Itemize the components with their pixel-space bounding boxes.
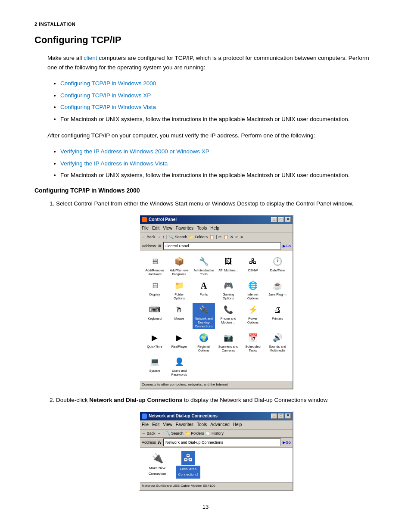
nd-forward-btn[interactable]: →	[157, 430, 161, 436]
nd-menu-edit[interactable]: Edit	[152, 421, 159, 428]
cp-icon-network[interactable]: 🔌 Network and Desktop Connections	[193, 303, 215, 329]
cp-icon-internet-options[interactable]: 🌐 Internet Options	[242, 279, 264, 301]
network-connections-screenshot: Network and Dial-up Connections _ □ ✕ Fi…	[56, 411, 377, 491]
cp-icon-phone-modem[interactable]: 📞 Phone and Modem ...	[217, 303, 240, 329]
cp-menu-favorites[interactable]: Favorites	[176, 225, 193, 232]
cp-menu-view[interactable]: View	[163, 225, 172, 232]
cp-icon-folder-label: Folder Options	[169, 292, 190, 300]
cp-undo-btn[interactable]: ↩	[235, 234, 239, 240]
nd-back-btn[interactable]: ← Back	[142, 430, 156, 436]
cp-icon-power-img: ⚡	[247, 304, 259, 316]
cp-icon-sounds[interactable]: 🔊 Sounds and Multimedia	[266, 331, 289, 353]
nd-menu-help[interactable]: Help	[233, 421, 242, 428]
link-tcpip-winvista[interactable]: Configuring TCP/IP in Windows Vista	[60, 104, 156, 110]
nd-icon-local-area[interactable]: 🖧 Local Area Connection 2	[176, 451, 200, 479]
cp-icon-printers[interactable]: 🖨 Printers	[266, 303, 289, 329]
nd-window-icon	[142, 414, 147, 419]
nd-address-label: Address	[142, 439, 156, 445]
nd-statusbar: Motorola SurfBoard USB Cable Modem SB410…	[140, 482, 293, 490]
nd-toolbar: ← Back → | 🔍 Search 📁 Folders 🕐 History	[140, 429, 293, 438]
cp-moveto-btn[interactable]: ✂	[218, 234, 222, 240]
cp-icon-add-remove-hardware[interactable]: 🖥 Add/Remove Hardware	[143, 255, 166, 277]
cp-icon-network-label: Network and Desktop Connections	[193, 317, 214, 328]
cp-icon-display[interactable]: 🖥 Display	[143, 279, 166, 301]
nd-titlebar: Network and Dial-up Connections _ □ ✕	[140, 412, 293, 420]
cp-icon-users[interactable]: 👤 Users and Passwords	[168, 355, 190, 377]
cp-icon-ati[interactable]: 🖼 ATI Multime...	[217, 255, 240, 277]
cp-icon-sounds-img: 🔊	[271, 332, 283, 344]
link-verify-win2000xp[interactable]: Verifying the IP Address in Windows 2000…	[60, 148, 209, 155]
cp-icon-power[interactable]: ⚡ Power Options	[242, 303, 264, 329]
cp-icon-keyboard-label: Keyboard	[148, 317, 162, 320]
nd-minimize-btn[interactable]: _	[271, 414, 277, 419]
cp-menu-file[interactable]: File	[142, 225, 149, 232]
nd-close-btn[interactable]: ✕	[285, 414, 291, 419]
cp-icon-datetime[interactable]: 🕐 Date/Time	[266, 255, 289, 277]
cp-forward-btn[interactable]: →	[157, 234, 161, 240]
cp-icon-scanners-label: Scanners and Cameras	[218, 345, 239, 352]
nd-icon-make-new[interactable]: 🔌 Make New Connection	[145, 451, 169, 477]
cp-icon-scanners[interactable]: 📷 Scanners and Cameras	[217, 331, 240, 353]
cp-icon-realplayer[interactable]: ▶ RealPlayer	[168, 331, 190, 353]
nd-maximize-btn[interactable]: □	[278, 414, 284, 419]
cp-address-input[interactable]: Control Panel	[163, 242, 281, 250]
nd-folders-btn[interactable]: 📁 Folders	[185, 430, 204, 436]
cp-folders-btn[interactable]: 📁 Folders	[189, 234, 208, 240]
cp-icon-csnw[interactable]: 🖧 CSNW	[242, 255, 264, 277]
nd-icon-make-new-label: Make New Connection	[145, 466, 169, 477]
link-tcpip-win2000[interactable]: Configuring TCP/IP in Windows 2000	[60, 80, 156, 87]
cp-search-btn[interactable]: 🔍 Search	[169, 234, 187, 240]
nd-address-input[interactable]: Network and Dial-up Connections	[163, 439, 281, 446]
cp-copyto-btn[interactable]: 📋	[224, 234, 228, 240]
cp-icon-system[interactable]: 💻 System	[143, 355, 166, 377]
cp-icon-gaming-img: 🎮	[222, 280, 234, 292]
cp-icon-internet-label: Internet Options	[243, 292, 263, 300]
cp-icon-regional-label: Regional Options	[193, 345, 214, 352]
cp-icon-folder-img: 📁	[173, 280, 185, 292]
link-verify-winvista[interactable]: Verifying the IP Address in Windows Vist…	[60, 160, 168, 167]
cp-icon-programs-img: 📦	[173, 255, 185, 268]
cp-maximize-btn[interactable]: □	[278, 217, 284, 222]
nd-menu-advanced[interactable]: Advanced	[210, 421, 229, 428]
cp-back-btn[interactable]: ← Back	[142, 234, 156, 240]
cp-icon-display-img: 🖥	[149, 280, 161, 292]
nd-history-btn[interactable]: 🕐 History	[206, 430, 224, 436]
cp-icon-keyboard[interactable]: ⌨ Keyboard	[143, 303, 166, 329]
nd-go-btn[interactable]: ▶Go	[283, 439, 291, 445]
step2-bold: Network and Dial-up Connections	[89, 397, 182, 403]
cp-icon-gaming[interactable]: 🎮 Gaming Options	[217, 279, 240, 301]
control-panel-screenshot: Control Panel _ □ ✕ File Edit View Fav	[56, 215, 377, 390]
cp-close-btn[interactable]: ✕	[285, 217, 291, 222]
cp-icon-regional[interactable]: 🌍 Regional Options	[193, 331, 215, 353]
cp-icon-regional-img: 🌍	[198, 332, 210, 344]
nd-menu-tools[interactable]: Tools	[197, 421, 207, 428]
list-item-winxp: Configuring TCP/IP in Windows XP	[60, 91, 377, 100]
cp-menu-edit[interactable]: Edit	[152, 225, 159, 232]
cp-menu-help[interactable]: Help	[210, 225, 219, 232]
cp-menu-tools[interactable]: Tools	[197, 225, 207, 232]
link-tcpip-winxp[interactable]: Configuring TCP/IP in Windows XP	[60, 92, 151, 99]
cp-go-btn[interactable]: ▶Go	[283, 243, 291, 249]
cp-history-btn[interactable]: 📋	[209, 234, 214, 240]
cp-views-btn[interactable]: ≡	[240, 234, 243, 240]
step-1: Select Control Panel from either the Win…	[56, 199, 377, 389]
cp-icon-csnw-img: 🖧	[247, 255, 259, 268]
cp-icon-admin-tools[interactable]: 🔧 Administrative Tools	[193, 255, 215, 277]
nd-search-btn[interactable]: 🔍 Search	[165, 430, 184, 436]
nd-menubar: File Edit View Favorites Tools Advanced …	[140, 420, 293, 429]
cp-titlebar-buttons: _ □ ✕	[271, 217, 291, 222]
nd-menu-file[interactable]: File	[142, 421, 149, 428]
cp-icon-folder-options[interactable]: 📁 Folder Options	[168, 279, 190, 301]
client-link[interactable]: client	[84, 55, 97, 61]
cp-icon-scheduled[interactable]: 📅 Scheduled Tasks	[242, 331, 264, 353]
cp-icon-quicktime[interactable]: ▶ QuickTime	[143, 331, 166, 353]
cp-minimize-btn[interactable]: _	[271, 217, 277, 222]
cp-icon-add-remove-programs[interactable]: 📦 Add/Remove Programs	[168, 255, 190, 277]
nd-menu-favorites[interactable]: Favorites	[176, 421, 193, 428]
cp-up-btn[interactable]: ↑	[163, 234, 165, 240]
nd-menu-view[interactable]: View	[163, 421, 172, 428]
cp-delete-btn[interactable]: ✕	[230, 234, 234, 240]
cp-icon-fonts[interactable]: A Fonts	[193, 279, 215, 301]
cp-icon-java[interactable]: ☕ Java Plug-in	[266, 279, 289, 301]
cp-icon-mouse[interactable]: 🖱 Mouse	[168, 303, 190, 329]
